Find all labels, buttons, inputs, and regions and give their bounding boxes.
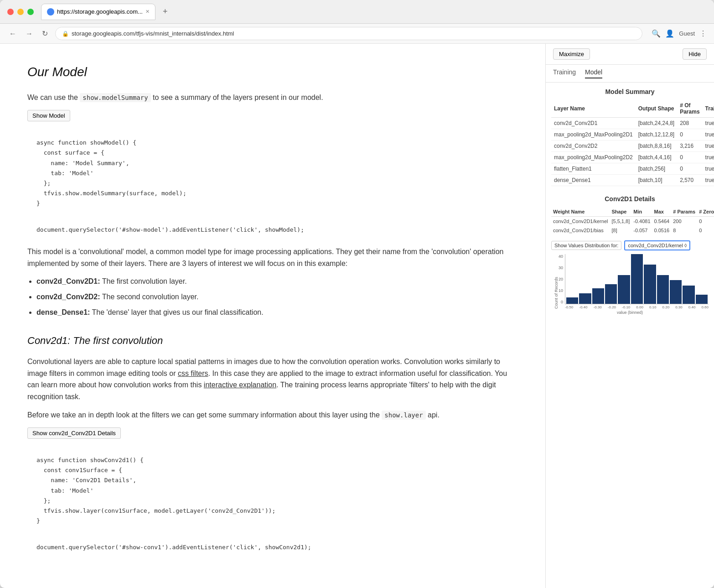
hist-bar bbox=[696, 295, 708, 304]
cell-weight-params: 200 bbox=[671, 217, 697, 226]
cell-weight-zeros: 0 bbox=[697, 217, 714, 226]
right-panel: Maximize Hide Training Model Model Summa… bbox=[545, 44, 714, 588]
maximize-traffic-light[interactable] bbox=[27, 9, 34, 15]
url-text: storage.googleapis.com/tfjs-vis/mnist_in… bbox=[72, 30, 234, 37]
tab-close-btn[interactable]: ✕ bbox=[145, 9, 150, 15]
cell-trainable: true bbox=[703, 129, 714, 140]
code-block-4: document.querySelector('#show-conv1').ad… bbox=[27, 537, 518, 558]
paragraph-3: Before we take an in depth look at the f… bbox=[27, 409, 518, 421]
cell-shape: [batch,4,4,16] bbox=[636, 152, 677, 163]
refresh-button[interactable]: ↻ bbox=[40, 27, 50, 40]
code-block-2: document.querySelector('#show-model').ad… bbox=[27, 219, 518, 240]
show-model-button[interactable]: Show Model bbox=[27, 110, 70, 121]
detail-table-row: conv2d_Conv2D1/kernel [5,5,1,8] -0.4081 … bbox=[551, 217, 714, 226]
cell-weight-params: 8 bbox=[671, 226, 697, 235]
conv2d1-details-title: Conv2D1 Details bbox=[551, 195, 709, 203]
detail-col-max: Max bbox=[652, 207, 672, 217]
tab-training[interactable]: Training bbox=[553, 68, 576, 78]
css-filters-link[interactable]: css filters bbox=[178, 369, 208, 377]
col-output-shape: Output Shape bbox=[636, 100, 677, 118]
paragraph-1: This model is a 'convolutional' model, a… bbox=[27, 246, 518, 269]
hist-bar bbox=[579, 293, 591, 304]
cell-layer: conv2d_Conv2D2 bbox=[551, 140, 636, 152]
hist-bar bbox=[605, 284, 617, 304]
minimize-traffic-light[interactable] bbox=[17, 9, 24, 15]
list-item-dense: dense_Dense1: The 'dense' layer that giv… bbox=[36, 307, 518, 318]
address-bar-right: 🔍 👤 Guest ⋮ bbox=[652, 29, 707, 38]
cell-weight-name: conv2d_Conv2D1/bias bbox=[551, 226, 610, 235]
code-block-1: async function showModel() { const surfa… bbox=[27, 132, 518, 214]
cell-trainable: true bbox=[703, 175, 714, 186]
forward-button[interactable]: → bbox=[24, 28, 35, 40]
hist-bar bbox=[670, 280, 682, 304]
url-bar[interactable]: 🔒 storage.googleapis.com/tfjs-vis/mnist_… bbox=[55, 27, 642, 40]
cell-weight-shape: [8] bbox=[610, 226, 631, 235]
cell-layer: max_pooling2d_MaxPooling2D2 bbox=[551, 152, 636, 163]
hist-bar bbox=[566, 297, 578, 304]
cell-layer: max_pooling2d_MaxPooling2D1 bbox=[551, 129, 636, 140]
list-item-conv2d2: conv2d_Conv2D2: The second convolution l… bbox=[36, 291, 518, 303]
y-tick-30: 30 bbox=[551, 265, 563, 270]
content-area: Our Model We can use the show.modelSumma… bbox=[0, 44, 714, 588]
maximize-button[interactable]: Maximize bbox=[553, 48, 590, 60]
code-inline-modelSummary: show.modelSummary bbox=[80, 93, 150, 102]
cell-params: 0 bbox=[677, 163, 702, 175]
hist-bar bbox=[683, 286, 694, 304]
hist-bar bbox=[631, 254, 643, 304]
y-axis-label: Count of Records bbox=[554, 277, 559, 309]
new-tab-button[interactable]: + bbox=[159, 5, 171, 18]
layer-list: conv2d_Conv2D1: The first convolution la… bbox=[36, 276, 518, 318]
cell-trainable: true bbox=[703, 140, 714, 152]
tab-favicon bbox=[47, 8, 54, 16]
cell-params: 208 bbox=[677, 118, 702, 129]
tab-bar: https://storage.googleapis.com... ✕ + bbox=[41, 4, 707, 20]
paragraph-2: Convolutional layers are able to capture… bbox=[27, 356, 518, 402]
model-summary-title: Model Summary bbox=[551, 88, 709, 95]
hide-button[interactable]: Hide bbox=[683, 48, 707, 60]
model-summary-table: Layer Name Output Shape # Of Params Trai… bbox=[551, 100, 714, 186]
cell-weight-max: 0.0516 bbox=[652, 226, 672, 235]
cell-trainable: true bbox=[703, 163, 714, 175]
cell-layer: flatten_Flatten1 bbox=[551, 163, 636, 175]
model-table-row: conv2d_Conv2D2 [batch,8,8,16] 3,216 true bbox=[551, 140, 714, 152]
panel-header: Maximize Hide bbox=[546, 44, 714, 65]
back-button[interactable]: ← bbox=[7, 28, 18, 40]
cell-weight-min: -0.4081 bbox=[631, 217, 652, 226]
dist-select[interactable]: conv2d_Conv2D1/kernel ◊ bbox=[624, 240, 690, 250]
model-table-row: flatten_Flatten1 [batch,256] 0 true bbox=[551, 163, 714, 175]
traffic-lights bbox=[7, 9, 34, 15]
show-conv-button[interactable]: Show conv2d_Conv2D1 Details bbox=[27, 427, 121, 439]
guest-label: Guest bbox=[679, 30, 695, 37]
intro-paragraph: We can use the show.modelSummary to see … bbox=[27, 92, 518, 104]
tab-title: https://storage.googleapis.com... bbox=[57, 8, 143, 15]
col-layer-name: Layer Name bbox=[551, 100, 636, 118]
search-button[interactable]: 🔍 bbox=[652, 29, 661, 38]
title-bar: https://storage.googleapis.com... ✕ + bbox=[0, 0, 714, 24]
cell-weight-shape: [5,5,1,8] bbox=[610, 217, 631, 226]
detail-table-row: conv2d_Conv2D1/bias [8] -0.057 0.0516 8 … bbox=[551, 226, 714, 235]
tab-model[interactable]: Model bbox=[585, 68, 602, 78]
cell-params: 3,216 bbox=[677, 140, 702, 152]
list-item-conv2d1: conv2d_Conv2D1: The first convolution la… bbox=[36, 276, 518, 287]
menu-button[interactable]: ⋮ bbox=[699, 29, 707, 38]
browser-tab[interactable]: https://storage.googleapis.com... ✕ bbox=[41, 4, 155, 20]
cell-shape: [batch,12,12,8] bbox=[636, 129, 677, 140]
dist-label: Show Values Distribution for: bbox=[551, 241, 621, 250]
panel-body: Model Summary Layer Name Output Shape # … bbox=[546, 83, 714, 319]
user-button[interactable]: 👤 bbox=[665, 29, 674, 38]
dist-controls: Show Values Distribution for: conv2d_Con… bbox=[551, 240, 709, 250]
cell-weight-max: 0.5464 bbox=[652, 217, 672, 226]
close-traffic-light[interactable] bbox=[7, 9, 14, 15]
article: Our Model We can use the show.modelSumma… bbox=[0, 44, 545, 588]
x-labels: -0.50-0.40-0.30-0.20-0.100.000.100.200.3… bbox=[565, 305, 709, 309]
interactive-explanation-link[interactable]: interactive explanation bbox=[204, 381, 276, 389]
hist-bar bbox=[618, 275, 630, 304]
cell-params: 0 bbox=[677, 152, 702, 163]
cell-weight-min: -0.057 bbox=[631, 226, 652, 235]
hist-bar bbox=[644, 265, 656, 304]
cell-shape: [batch,24,24,8] bbox=[636, 118, 677, 129]
detail-col-min: Min bbox=[631, 207, 652, 217]
cell-trainable: true bbox=[703, 118, 714, 129]
model-table-row: max_pooling2d_MaxPooling2D1 [batch,12,12… bbox=[551, 129, 714, 140]
detail-col-weight: Weight Name bbox=[551, 207, 610, 217]
